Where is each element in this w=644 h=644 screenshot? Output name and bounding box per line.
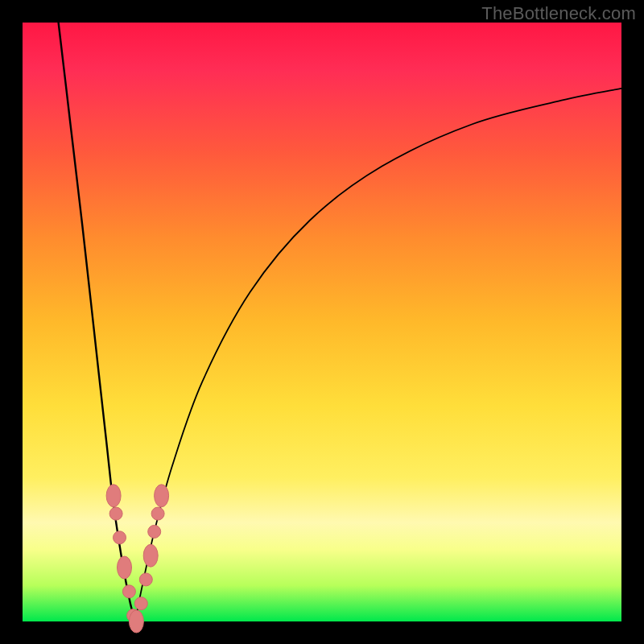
- marker-point: [143, 544, 158, 567]
- watermark-text: TheBottleneck.com: [481, 3, 636, 24]
- marker-cluster: [106, 485, 169, 633]
- plot-area: [23, 23, 621, 621]
- curve-left-branch: [59, 23, 135, 621]
- marker-point: [114, 531, 126, 544]
- marker-point: [122, 585, 135, 598]
- chart-frame: TheBottleneck.com: [0, 0, 644, 644]
- curve-right-branch: [135, 89, 621, 621]
- marker-point: [134, 597, 147, 610]
- bottleneck-curve: [23, 23, 621, 621]
- marker-point: [109, 507, 122, 520]
- marker-point: [151, 507, 164, 520]
- marker-point: [129, 610, 143, 633]
- marker-point: [139, 573, 152, 586]
- marker-point: [148, 525, 161, 538]
- marker-point: [106, 485, 121, 507]
- marker-point: [118, 556, 132, 579]
- marker-point: [155, 485, 169, 507]
